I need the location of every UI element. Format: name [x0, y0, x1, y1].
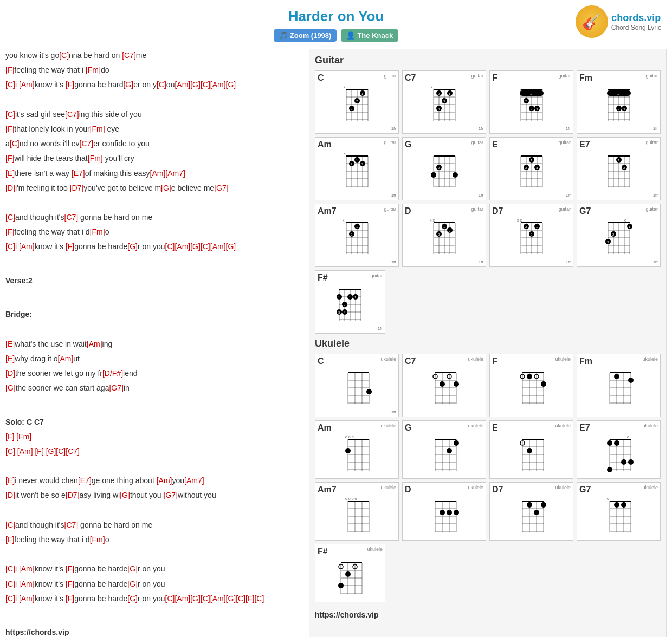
svg-text:o: o: [627, 435, 629, 439]
svg-point-265: [628, 378, 634, 383]
svg-text:x x: x x: [517, 218, 522, 222]
chord-card-D-guitar: D guitar x x: [402, 204, 486, 267]
lyric-line-1: you know it's go[C]nna be hard on [C7]me: [5, 49, 303, 62]
chord-card-F-ukulele: F ukulele: [489, 354, 573, 417]
guitar-section-title: Guitar: [315, 55, 661, 66]
svg-point-286: [447, 448, 452, 453]
svg-point-264: [614, 374, 619, 379]
lyric-bridge-2: [E]why drag it o[Am]ut: [5, 352, 303, 366]
album-badge: 🎵 Zoom (1998): [274, 29, 337, 42]
chord-card-C-guitar: C guitar x: [315, 70, 399, 134]
website-url: https://chords.vip: [5, 626, 303, 637]
svg-point-310: [614, 440, 619, 446]
svg-text:o o o: o o o: [345, 435, 354, 439]
svg-point-311: [621, 459, 626, 465]
lyric-outro-7: [C]i [Am]know it's [F]gonna be harde[G]r…: [5, 592, 303, 606]
lyric-line-10: [C]and though it's[C7] gonna be hard on …: [5, 211, 303, 224]
brand-subtitle: Chord Song Lyric: [611, 24, 661, 31]
chord-card-Am7-ukulele: Am7 ukulele o o o o: [315, 482, 399, 541]
ukulele-section-title: Ukulele: [315, 338, 661, 349]
svg-point-333: [440, 510, 445, 515]
chord-card-Am-guitar: Am guitar x: [315, 137, 399, 200]
svg-text:x x: x x: [430, 218, 435, 222]
solo-label: Solo: C C7: [5, 415, 303, 429]
svg-point-346: [534, 510, 539, 515]
chord-card-F-guitar: F guitar: [489, 70, 573, 134]
chord-card-Am7-guitar: Am7 guitar x: [315, 204, 399, 267]
guitar-row-3: Am7 guitar x: [315, 204, 661, 267]
chord-card-D7-guitar: D7 guitar x x: [489, 204, 573, 267]
svg-point-240: [440, 381, 445, 387]
bridge-label: Bridge:: [5, 308, 303, 321]
verse-label: Verse:2: [5, 274, 303, 288]
page-header: Harder on You 🎵 Zoom (1998) 👤 The Knack …: [0, 0, 672, 46]
chord-card-Fm-guitar: Fm guitar 1: [577, 70, 661, 134]
chord-card-E-guitar: E guitar 1: [489, 137, 573, 200]
svg-text:o: o: [607, 497, 609, 500]
svg-point-347: [541, 502, 546, 508]
ukulele-row-2: Am ukulele o o o: [315, 420, 661, 479]
lyric-line-3: [C]i [Am]know it's [F]gonna be hard[G]er…: [5, 78, 303, 92]
lyric-bridge-4: [G]the sooner we can start aga[G7]in: [5, 381, 303, 395]
svg-point-313: [607, 467, 612, 472]
lyrics-panel: you know it's go[C]nna be hard on [C7]me…: [5, 49, 303, 637]
svg-text:o o o o: o o o o: [345, 497, 357, 500]
svg-point-100: [453, 172, 458, 178]
lyric-line-11: [F]feeling the way that i d[Fm]o: [5, 225, 303, 239]
brand-name: chords.vip: [611, 12, 661, 24]
artist-badge: 👤 The Knack: [341, 29, 398, 42]
logo: 🎸 chords.vip Chord Song Lyric: [576, 5, 661, 38]
svg-point-358: [614, 502, 619, 508]
lyric-outro-4: [F]feeling the way that i d[Fm]o: [5, 533, 303, 547]
lyric-solo-1: [F] [Fm]: [5, 430, 303, 444]
lyric-line-8: [E]there isn't a way [E7]of making this …: [5, 167, 303, 180]
chord-card-G-guitar: G guitar 2: [402, 137, 486, 200]
svg-point-287: [454, 440, 459, 446]
lyric-outro-1: [E]i never would chan[E7]ge one thing ab…: [5, 474, 303, 487]
chord-card-C7-guitar: C7 guitar x: [402, 70, 486, 134]
lyric-solo-2: [C] [Am] [F] [G][C][C7]: [5, 445, 303, 458]
ukulele-row-4: F# ukulele: [315, 544, 661, 602]
chord-card-G7-guitar: G7 guitar o: [577, 204, 661, 267]
ukulele-row-3: Am7 ukulele o o o o: [315, 482, 661, 541]
svg-point-276: [345, 448, 351, 453]
svg-point-345: [527, 502, 532, 508]
chord-card-E7-guitar: E7 guitar 1: [577, 137, 661, 200]
ukulele-row-1: C ukulele 1fr: [315, 354, 661, 417]
svg-point-99: [431, 172, 436, 178]
svg-text:x: x: [344, 85, 346, 89]
badge-row: 🎵 Zoom (1998) 👤 The Knack: [0, 29, 672, 42]
lyric-line-2: [F]feeling the way that i [Fm]do: [5, 63, 303, 77]
lyric-outro-3: [C]and though it's[C7] gonna be hard on …: [5, 518, 303, 532]
svg-point-372: [338, 583, 344, 588]
lyric-line-7: [F]will hide the tears that[Fm] you'll c…: [5, 152, 303, 165]
chord-card-C7-ukulele: C7 ukulele: [402, 354, 486, 417]
chords-panel: Guitar C guitar x: [309, 49, 667, 637]
guitar-row-2: Am guitar x: [315, 137, 661, 200]
chord-card-C-ukulele: C ukulele 1fr: [315, 354, 399, 417]
logo-icon: 🎸: [576, 5, 608, 38]
chord-card-D-ukulele: D ukulele: [402, 482, 486, 541]
svg-text:o: o: [624, 218, 626, 222]
chord-card-Am-ukulele: Am ukulele o o o: [315, 420, 399, 479]
chord-card-E7-ukulele: E7 ukulele o: [577, 420, 661, 479]
chord-card-Fsharp-guitar: F# guitar 1: [315, 270, 385, 334]
lyric-line-4: [C]it's sad girl see[C7]ing this side of…: [5, 108, 303, 121]
lyric-outro-6: [C]i [Am]know it's [F]gonna be harde[G]r…: [5, 577, 303, 591]
chord-card-G-ukulele: G ukulele: [402, 420, 486, 479]
svg-point-334: [447, 510, 452, 515]
chord-card-Fsharp-ukulele: F# ukulele: [315, 544, 385, 602]
svg-point-312: [628, 459, 634, 465]
lyric-line-9: [D]i'm feeling it too [D7]you've got to …: [5, 181, 303, 195]
lyric-bridge-3: [D]the sooner we let go my fr[D/F#]iend: [5, 367, 303, 380]
lyric-line-12: [C]i [Am]know it's [F]gonna be harde[G]r…: [5, 240, 303, 253]
svg-point-254: [541, 381, 546, 387]
lyric-line-6: a[C]nd no words i'll ev[C7]er confide to…: [5, 137, 303, 151]
svg-point-359: [621, 502, 626, 508]
lyric-outro-5: [C]i [Am]know it's [F]gonna be harde[G]r…: [5, 562, 303, 576]
chord-card-Fm-ukulele: Fm ukulele: [577, 354, 661, 417]
guitar-row-4: F# guitar 1: [315, 270, 661, 334]
svg-text:x: x: [344, 152, 346, 155]
svg-point-371: [345, 571, 351, 577]
lyric-line-5: [F]that lonely look in your[Fm] eye: [5, 122, 303, 136]
